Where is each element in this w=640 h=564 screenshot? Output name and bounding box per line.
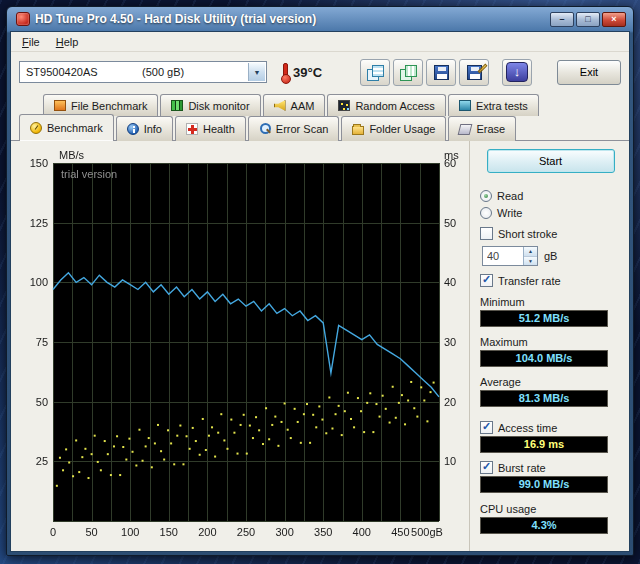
menu-help[interactable]: Help (49, 34, 86, 50)
tab-random-access[interactable]: Random Access (327, 94, 445, 116)
tab-label: File Benchmark (71, 100, 147, 112)
folder-icon (352, 126, 364, 135)
burst-rate-checkbox[interactable]: ✓ (480, 461, 493, 474)
benchmark-panel: Start Read Write Short stroke (11, 140, 629, 551)
read-option[interactable]: Read (480, 190, 621, 202)
drive-capacity: (500 gB) (142, 66, 184, 78)
tab-health[interactable]: Health (175, 116, 246, 141)
gauge-icon (30, 122, 42, 134)
tab-info[interactable]: Info (116, 116, 173, 141)
tab-row-primary: Benchmark Info Health Error Scan Folder … (11, 116, 629, 141)
magnifier-icon (259, 123, 271, 135)
burst-rate-value: 99.0 MB/s (480, 476, 608, 493)
minimize-button[interactable]: – (550, 12, 574, 27)
copy-info-button[interactable] (360, 59, 390, 86)
tab-label: Error Scan (276, 123, 329, 135)
chart-area (11, 141, 469, 551)
toolbar: ST9500420AS (500 gB) ▼ 39°C ↓ Exit (11, 52, 629, 92)
access-time-checkbox[interactable]: ✓ (480, 421, 493, 434)
app-window: HD Tune Pro 4.50 - Hard Disk Utility (tr… (6, 6, 634, 556)
tab-label: Disk monitor (188, 100, 249, 112)
app-icon (16, 12, 30, 26)
access-time-label: Access time (498, 422, 557, 434)
transfer-rate-option[interactable]: ✓ Transfer rate (480, 274, 621, 287)
tab-folder-usage[interactable]: Folder Usage (341, 116, 446, 141)
average-label: Average (480, 376, 621, 388)
copy-info-icon (367, 65, 383, 80)
tab-label: Health (203, 123, 235, 135)
save-screenshot-button[interactable] (426, 59, 456, 86)
transfer-rate-checkbox[interactable]: ✓ (480, 274, 493, 287)
short-stroke-size: ▲ ▼ gB (480, 246, 621, 266)
start-button[interactable]: Start (487, 149, 615, 173)
control-panel: Start Read Write Short stroke (469, 141, 629, 551)
exit-button[interactable]: Exit (557, 60, 621, 85)
short-stroke-unit: gB (544, 250, 557, 262)
access-time-option[interactable]: ✓ Access time (480, 421, 621, 434)
save-as-button[interactable] (459, 59, 489, 86)
short-stroke-label: Short stroke (498, 228, 557, 240)
toolbar-buttons: ↓ (360, 59, 532, 86)
health-cross-icon (186, 123, 198, 135)
spinner[interactable]: ▲ ▼ (523, 247, 537, 265)
export-button[interactable]: ↓ (502, 59, 532, 86)
tab-label: Folder Usage (369, 123, 435, 135)
short-stroke-input[interactable] (483, 247, 523, 265)
tab-extra-tests[interactable]: Extra tests (448, 94, 539, 116)
cpu-usage-value: 4.3% (480, 517, 608, 534)
temperature-indicator: 39°C (279, 62, 322, 82)
write-option[interactable]: Write (480, 207, 621, 219)
short-stroke-option[interactable]: Short stroke (480, 227, 621, 240)
maximum-value: 104.0 MB/s (480, 350, 608, 367)
tab-label: Info (144, 123, 162, 135)
drive-selector[interactable]: ST9500420AS (500 gB) ▼ (19, 61, 267, 83)
benchmark-chart (17, 147, 469, 545)
tab-erase[interactable]: Erase (448, 116, 516, 141)
burst-rate-option[interactable]: ✓ Burst rate (480, 461, 621, 474)
extra-tests-icon (459, 100, 471, 111)
tab-file-benchmark[interactable]: File Benchmark (43, 94, 158, 116)
menu-file[interactable]: File (15, 34, 47, 50)
access-time-value: 16.9 ms (480, 436, 608, 453)
tab-error-scan[interactable]: Error Scan (248, 116, 340, 141)
disk-monitor-icon (171, 100, 183, 111)
window-title: HD Tune Pro 4.50 - Hard Disk Utility (tr… (35, 12, 545, 26)
titlebar[interactable]: HD Tune Pro 4.50 - Hard Disk Utility (tr… (10, 7, 630, 31)
tab-aam[interactable]: AAM (263, 94, 326, 116)
dropdown-arrow-icon[interactable]: ▼ (248, 63, 265, 81)
cpu-usage-label: CPU usage (480, 503, 621, 515)
download-arrow-icon: ↓ (506, 62, 528, 82)
random-access-icon (338, 100, 350, 111)
save-as-icon (467, 65, 482, 80)
file-benchmark-icon (54, 100, 66, 111)
average-value: 81.3 MB/s (480, 390, 608, 407)
spin-down-icon[interactable]: ▼ (524, 257, 537, 266)
read-label: Read (497, 190, 523, 202)
close-button[interactable]: × (602, 12, 626, 27)
tab-row-secondary: File Benchmark Disk monitor AAM Random A… (11, 94, 629, 116)
speaker-icon (274, 100, 286, 111)
menu-bar: File Help (11, 32, 629, 52)
tab-disk-monitor[interactable]: Disk monitor (160, 94, 260, 116)
thermometer-icon (279, 62, 289, 82)
maximum-label: Maximum (480, 336, 621, 348)
burst-rate-label: Burst rate (498, 462, 546, 474)
minimum-value: 51.2 MB/s (480, 310, 608, 327)
spin-up-icon[interactable]: ▲ (524, 247, 537, 257)
tab-label: Extra tests (476, 100, 528, 112)
temperature-value: 39°C (293, 65, 322, 80)
copy-screenshot-button[interactable] (393, 59, 423, 86)
write-label: Write (497, 207, 522, 219)
write-radio[interactable] (480, 207, 492, 219)
minimum-label: Minimum (480, 296, 621, 308)
window-body: File Help ST9500420AS (500 gB) ▼ 39°C ↓ … (10, 31, 630, 552)
read-radio[interactable] (480, 190, 492, 202)
tab-benchmark[interactable]: Benchmark (19, 114, 114, 141)
save-icon (434, 65, 449, 80)
tab-label: Benchmark (47, 122, 103, 134)
eraser-icon (458, 124, 473, 135)
tab-label: AAM (291, 100, 315, 112)
maximize-button[interactable]: □ (576, 12, 600, 27)
short-stroke-checkbox[interactable] (480, 227, 493, 240)
info-icon (127, 123, 139, 135)
